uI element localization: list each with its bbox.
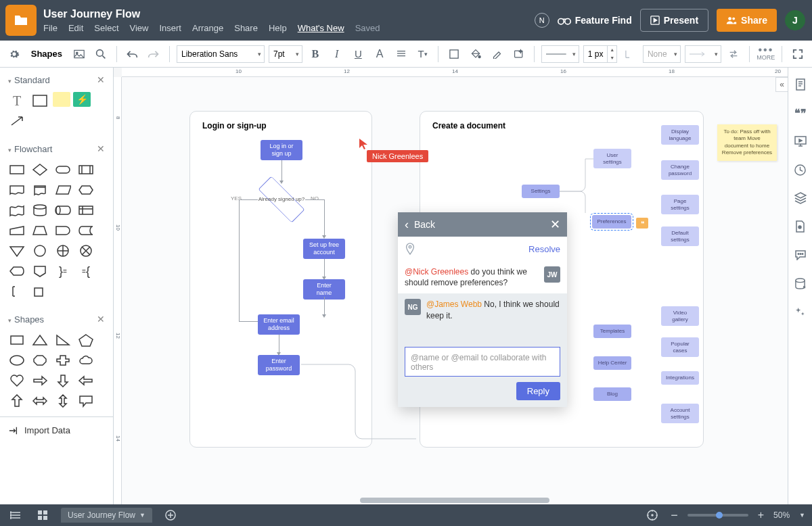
fc-data[interactable] — [53, 181, 73, 199]
fc-manualinput[interactable] — [7, 222, 27, 239]
line-style-select[interactable] — [541, 45, 579, 63]
text-color-button[interactable]: A — [371, 45, 388, 63]
fill-button[interactable] — [467, 45, 484, 63]
menu-arrange[interactable]: Arrange — [192, 23, 223, 33]
fc-stored[interactable] — [76, 222, 96, 239]
shp-callout[interactable] — [76, 392, 96, 410]
node-video[interactable]: Video gallery — [661, 306, 699, 326]
notification-badge[interactable]: N — [535, 13, 549, 28]
undo-button[interactable] — [123, 45, 141, 63]
shp-arrow-r[interactable] — [30, 372, 50, 389]
close-icon[interactable]: ✕ — [97, 143, 105, 154]
magic-icon[interactable] — [510, 45, 528, 63]
shp-octagon[interactable] — [30, 352, 50, 369]
node-account[interactable]: Account settings — [661, 404, 699, 423]
canvas-scrollbar-h[interactable] — [130, 496, 788, 504]
shp-ellipse[interactable] — [7, 352, 27, 369]
shp-cloud[interactable] — [76, 352, 96, 369]
node-change-pw[interactable]: Change password — [661, 160, 699, 180]
shp-arrow-u[interactable] — [7, 392, 27, 410]
fc-diamond[interactable] — [30, 161, 50, 178]
back-icon[interactable]: ‹ — [405, 218, 409, 232]
note-shape[interactable] — [53, 92, 70, 107]
quote-icon[interactable]: ❝❞ — [792, 104, 809, 122]
node-decision[interactable]: Already signed up? — [258, 185, 305, 214]
menu-share[interactable]: Share — [234, 23, 258, 33]
node-enter-password[interactable]: Enter password — [258, 355, 300, 375]
font-size-select[interactable]: 7pt — [269, 45, 302, 63]
shp-arrow-d[interactable] — [53, 372, 73, 389]
shp-pentagon[interactable] — [76, 331, 96, 349]
app-logo[interactable] — [5, 5, 37, 36]
fc-terminator[interactable] — [53, 161, 73, 178]
fullscreen-icon[interactable] — [789, 45, 807, 63]
sidebar-section-standard[interactable]: Standard ✕ — [0, 68, 113, 92]
sidebar-section-shapes[interactable]: Shapes ✕ — [0, 307, 113, 331]
node-popular[interactable]: Popular cases — [661, 337, 699, 357]
fc-display[interactable] — [7, 262, 27, 280]
close-icon[interactable]: ✕ — [97, 74, 105, 85]
history-icon[interactable] — [792, 161, 809, 178]
fc-offpage[interactable] — [30, 262, 50, 280]
bold-button[interactable]: B — [307, 45, 324, 63]
sticky-note[interactable]: To do: Pass off with team Move document … — [717, 124, 777, 161]
share-button[interactable]: Share — [717, 9, 777, 32]
fc-connector[interactable] — [30, 242, 50, 260]
align-button[interactable] — [392, 45, 410, 63]
font-family-select[interactable]: Liberation Sans — [177, 45, 265, 63]
more-button[interactable]: ••• MORE — [757, 47, 775, 61]
bolt-shape[interactable]: ⚡ — [73, 92, 91, 107]
close-icon[interactable]: ✕ — [97, 314, 105, 325]
back-label[interactable]: Back — [414, 219, 435, 230]
fc-swatch[interactable] — [30, 283, 50, 300]
shp-heart[interactable] — [7, 372, 27, 389]
chat-icon[interactable] — [792, 246, 809, 264]
present-button[interactable]: Present — [640, 9, 708, 32]
resolve-button[interactable]: Resolve — [528, 244, 560, 254]
node-page-settings[interactable]: Page settings — [661, 195, 699, 214]
shp-rtriangle[interactable] — [53, 331, 73, 349]
shp-rect[interactable] — [7, 331, 27, 349]
shape-style-button[interactable] — [445, 45, 463, 63]
fc-directdata[interactable] — [53, 201, 73, 219]
fc-multidoc[interactable] — [30, 181, 50, 199]
fc-delay[interactable] — [53, 222, 73, 239]
arrow-shape[interactable] — [7, 112, 27, 130]
text-shape[interactable]: T — [7, 92, 27, 110]
canvas-area[interactable]: 10 12 14 16 18 20 8 10 12 14 « Login or … — [114, 68, 788, 504]
node-display-lang[interactable]: Display language — [661, 125, 699, 145]
node-login[interactable]: Log in or sign up — [261, 140, 302, 160]
node-setup[interactable]: Set up free account — [303, 239, 345, 259]
user-avatar[interactable]: J — [785, 10, 805, 30]
presentation-icon[interactable] — [792, 133, 809, 150]
fc-predefined[interactable] — [76, 161, 96, 178]
fc-brace-r[interactable]: }= — [53, 262, 73, 280]
redo-button[interactable] — [145, 45, 162, 63]
rect-shape[interactable] — [30, 92, 50, 110]
fc-internal[interactable] — [76, 201, 96, 219]
gear-icon[interactable] — [5, 45, 23, 63]
shapes-label[interactable]: Shapes — [27, 49, 66, 59]
list-view-icon[interactable] — [7, 506, 24, 524]
shp-arrow-l[interactable] — [76, 372, 96, 389]
grid-view-icon[interactable] — [34, 506, 51, 524]
notes-icon[interactable] — [792, 76, 809, 93]
zoom-in-icon[interactable]: + — [758, 509, 764, 521]
sidebar-section-flowchart[interactable]: Flowchart ✕ — [0, 137, 113, 161]
zoom-slider[interactable] — [687, 514, 748, 517]
fc-note[interactable] — [7, 283, 27, 300]
page-icon[interactable] — [792, 218, 809, 235]
fc-database[interactable] — [30, 201, 50, 219]
node-blog[interactable]: Blog — [593, 387, 631, 401]
swap-icon[interactable] — [725, 45, 743, 63]
underline-button[interactable]: U — [349, 45, 367, 63]
fc-hexagon[interactable] — [76, 181, 96, 199]
reply-button[interactable]: Reply — [516, 382, 560, 400]
page-tab[interactable]: User Journey Flow ▼ — [61, 508, 152, 523]
menu-file[interactable]: File — [43, 23, 58, 33]
arrow-style-select[interactable] — [685, 45, 721, 63]
comment-input[interactable]: @name or @email to collaborate with othe… — [405, 347, 560, 377]
menu-whats-new[interactable]: What's New — [298, 23, 344, 33]
stroke-width-input[interactable]: ▲▼ — [583, 45, 617, 63]
node-help-center[interactable]: Help Center — [593, 356, 631, 370]
